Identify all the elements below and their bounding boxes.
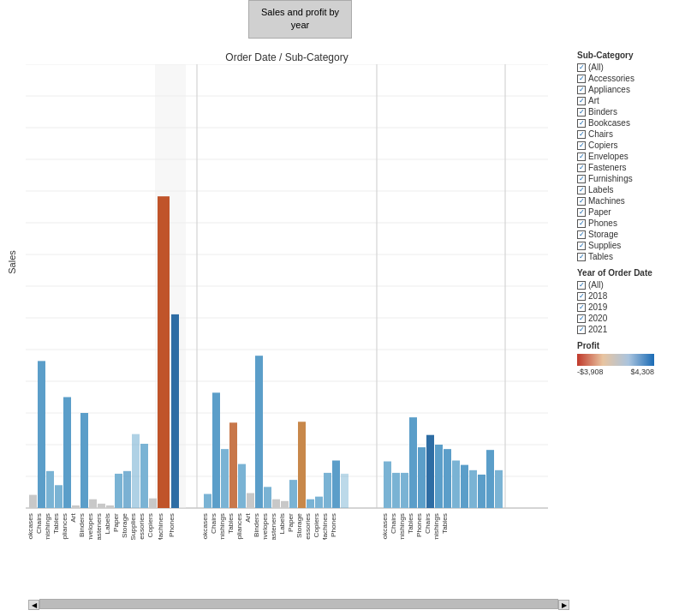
legend-item-binders[interactable]: ✓Binders — [577, 107, 682, 117]
legend-checkbox[interactable]: ✓ — [577, 108, 586, 117]
year-legend-item-2018[interactable]: ✓2018 — [577, 291, 682, 301]
legend-item-envelopes[interactable]: ✓Envelopes — [577, 152, 682, 161]
svg-text:Paper: Paper — [112, 513, 120, 532]
legend-checkbox[interactable]: ✓ — [577, 141, 586, 150]
legend-checkbox[interactable]: ✓ — [577, 75, 586, 83]
profit-labels: -$3,908 $4,308 — [577, 368, 654, 376]
year-legend-item-2020[interactable]: ✓2020 — [577, 314, 682, 323]
svg-text:Chairs: Chairs — [390, 513, 397, 534]
profit-gradient — [577, 354, 654, 366]
year-checkbox[interactable]: ✓ — [577, 292, 586, 301]
legend-checkbox[interactable]: ✓ — [577, 97, 586, 105]
svg-rect-40 — [221, 449, 229, 508]
legend-item-machines[interactable]: ✓Machines — [577, 196, 682, 206]
year-checkbox[interactable]: ✓ — [577, 326, 586, 334]
svg-rect-51 — [315, 497, 323, 508]
legend-checkbox[interactable]: ✓ — [577, 86, 586, 94]
scroll-left-button[interactable]: ◀ — [28, 600, 39, 610]
year-legend-item-2019[interactable]: ✓2019 — [577, 302, 682, 312]
svg-rect-42 — [238, 464, 246, 508]
legend-checkbox[interactable]: ✓ — [577, 219, 586, 228]
svg-text:Binders: Binders — [78, 513, 86, 537]
chart-svg: 0K 2K 4K 6K 8K 10K 12K 14K 16K 18K 20K 2… — [26, 64, 548, 540]
svg-text:Copiers: Copiers — [146, 513, 154, 537]
svg-rect-23 — [46, 471, 54, 508]
legend-checkbox[interactable]: ✓ — [577, 63, 586, 72]
tooltip-line1: Sales and profit by — [261, 7, 339, 17]
svg-rect-59 — [418, 447, 426, 508]
legend-item-labels[interactable]: ✓Labels — [577, 185, 682, 194]
year-legend: ✓(All)✓2018✓2019✓2020✓2021 — [577, 280, 682, 334]
svg-text:Machines: Machines — [157, 513, 164, 540]
tooltip-box: Sales and profit by year — [248, 0, 352, 39]
svg-rect-65 — [469, 470, 477, 508]
svg-rect-45 — [264, 487, 271, 508]
svg-rect-35 — [149, 499, 157, 508]
svg-rect-28 — [89, 499, 97, 508]
legend-checkbox[interactable]: ✓ — [577, 208, 586, 217]
legend-checkbox[interactable]: ✓ — [577, 119, 586, 128]
year-checkbox[interactable]: ✓ — [577, 303, 586, 312]
legend-checkbox[interactable]: ✓ — [577, 130, 586, 139]
svg-rect-21 — [29, 495, 37, 508]
year-checkbox[interactable]: ✓ — [577, 281, 586, 290]
legend-item-art[interactable]: ✓Art — [577, 96, 682, 105]
svg-rect-53 — [332, 461, 340, 509]
legend-item-copiers[interactable]: ✓Copiers — [577, 141, 682, 150]
chart-title: Order Date / Sub-Category — [13, 51, 561, 63]
svg-text:Appliances: Appliances — [235, 513, 243, 540]
legend-checkbox[interactable]: ✓ — [577, 253, 586, 261]
legend-item-tables[interactable]: ✓Tables — [577, 252, 682, 261]
year-legend-item-2021[interactable]: ✓2021 — [577, 325, 682, 334]
svg-text:Binders: Binders — [253, 513, 260, 537]
svg-rect-33 — [132, 434, 140, 508]
legend-item-bookcases[interactable]: ✓Bookcases — [577, 118, 682, 128]
scrollbar-thumb[interactable] — [40, 600, 557, 608]
scroll-right-button[interactable]: ▶ — [558, 600, 569, 610]
legend-checkbox[interactable]: ✓ — [577, 242, 586, 250]
legend-checkbox[interactable]: ✓ — [577, 153, 586, 161]
legend-item--all-[interactable]: ✓(All) — [577, 63, 682, 72]
svg-rect-49 — [298, 422, 306, 508]
svg-rect-24 — [55, 485, 63, 508]
svg-text:Chairs: Chairs — [424, 513, 432, 534]
horizontal-scrollbar[interactable]: ◀ ▶ — [39, 599, 558, 609]
legend-item-storage[interactable]: ✓Storage — [577, 230, 682, 239]
legend-checkbox[interactable]: ✓ — [577, 164, 586, 172]
year-checkbox[interactable]: ✓ — [577, 314, 586, 323]
legend-checkbox[interactable]: ✓ — [577, 175, 586, 183]
legend-item-appliances[interactable]: ✓Appliances — [577, 85, 682, 94]
svg-text:Furnishings: Furnishings — [398, 513, 406, 540]
legend-checkbox[interactable]: ✓ — [577, 186, 586, 194]
legend-item-supplies[interactable]: ✓Supplies — [577, 241, 682, 250]
legend-checkbox[interactable]: ✓ — [577, 197, 586, 206]
svg-text:Tables: Tables — [441, 513, 449, 534]
svg-rect-29 — [98, 504, 105, 508]
legend-item-phones[interactable]: ✓Phones — [577, 218, 682, 228]
svg-rect-63 — [452, 461, 460, 509]
svg-text:Furnishings: Furnishings — [44, 513, 51, 540]
legend-sub-category-title: Sub-Category — [577, 51, 682, 60]
svg-rect-34 — [140, 444, 148, 508]
legend-checkbox[interactable]: ✓ — [577, 230, 586, 239]
profit-max: $4,308 — [630, 368, 654, 376]
svg-rect-48 — [289, 480, 297, 508]
svg-text:Appliances: Appliances — [61, 513, 68, 540]
legend-item-chairs[interactable]: ✓Chairs — [577, 129, 682, 139]
svg-text:Fasteners: Fasteners — [270, 513, 277, 540]
svg-text:Tables: Tables — [407, 513, 414, 534]
legend-item-furnishings[interactable]: ✓Furnishings — [577, 174, 682, 183]
svg-rect-55 — [384, 462, 391, 508]
legend-item-accessories[interactable]: ✓Accessories — [577, 74, 682, 83]
svg-rect-38 — [204, 494, 211, 508]
svg-rect-66 — [478, 475, 485, 508]
legend-item-fasteners[interactable]: ✓Fasteners — [577, 163, 682, 172]
svg-text:Supplies: Supplies — [129, 513, 137, 540]
svg-rect-46 — [272, 499, 280, 508]
svg-rect-39 — [212, 392, 220, 508]
svg-text:Chairs: Chairs — [210, 513, 217, 534]
svg-rect-25 — [63, 398, 71, 509]
svg-text:Art: Art — [244, 512, 252, 522]
legend-item-paper[interactable]: ✓Paper — [577, 207, 682, 217]
year-legend-item-(All)[interactable]: ✓(All) — [577, 280, 682, 290]
